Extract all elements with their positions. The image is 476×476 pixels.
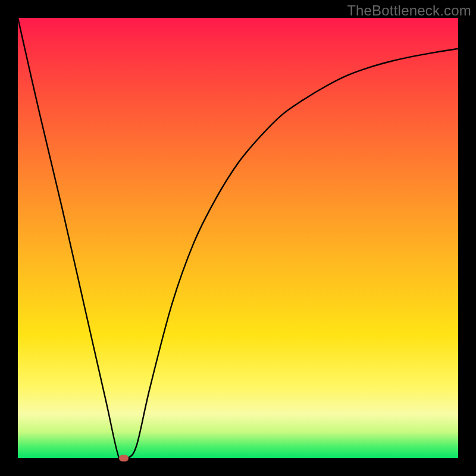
chart-container: TheBottleneck.com — [0, 0, 476, 476]
bottleneck-curve — [18, 18, 458, 458]
plot-area — [18, 18, 458, 458]
curve-layer — [18, 18, 458, 458]
watermark-text: TheBottleneck.com — [347, 2, 471, 19]
optimum-marker — [119, 455, 129, 462]
